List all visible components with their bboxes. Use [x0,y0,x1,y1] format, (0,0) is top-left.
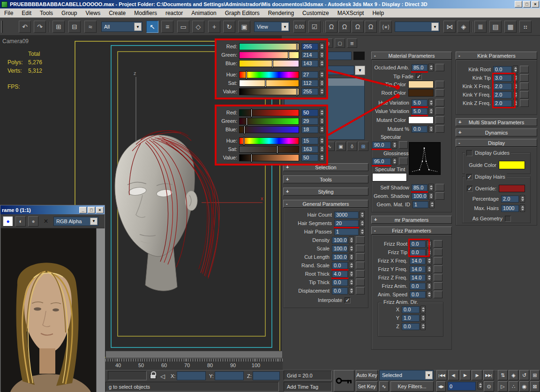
y-coord-field[interactable] [215,371,244,380]
blue-slider[interactable] [239,60,299,67]
param-field[interactable]: 5.0 [412,99,428,106]
spinner[interactable] [427,240,432,248]
select-and-rotate-icon[interactable]: ↻ [223,21,235,33]
play-icon[interactable]: ▶ [460,370,471,380]
configure-modifier-sets-icon[interactable]: ⊞ [358,142,368,151]
root-color-swatch[interactable] [408,89,434,97]
x-coord-field[interactable] [177,371,206,380]
selection-set-field[interactable] [108,371,147,380]
param-field[interactable]: 0.0 [332,262,348,269]
spinner[interactable] [319,71,324,78]
rollout-dynamics[interactable]: +Dynamics [456,128,537,136]
spinner[interactable] [349,287,354,294]
collapse-icon[interactable]: - [458,140,460,145]
spinner[interactable] [319,51,324,59]
menu-tools[interactable]: Tools [36,8,57,17]
mutant-color-swatch[interactable] [408,116,434,124]
spinner[interactable] [420,314,426,322]
object-color-swatch[interactable] [353,52,365,60]
spinner[interactable] [392,141,397,149]
remove-modifier-icon[interactable]: ô [347,142,357,151]
default-in-out-tangent-icon[interactable]: ∿ [379,381,389,392]
key-button[interactable] [520,74,529,82]
arc-rotate-icon[interactable]: ◉ [519,381,529,392]
tip-fade-checkbox[interactable]: ✓ [416,74,422,80]
glossiness-field[interactable]: 95.0 [372,158,391,165]
undo-icon[interactable]: ↶ [19,21,31,33]
override-checkbox[interactable]: ✓ [467,186,473,192]
select-by-name-icon[interactable]: ≡ [161,21,173,33]
spinner[interactable] [392,158,397,165]
spinner[interactable] [349,236,354,244]
viewport-scrollbar[interactable] [105,351,283,358]
key-button[interactable] [434,249,442,256]
key-button[interactable] [356,287,365,294]
param-field[interactable]: 1 [412,201,428,208]
spinner[interactable] [427,265,432,273]
select-and-move-icon[interactable]: + [208,21,220,33]
spinner[interactable] [349,245,354,252]
timeline-ruler[interactable]: 40 50 60 70 80 90 100 [105,358,283,370]
close-button[interactable]: × [96,207,104,213]
key-filters-button[interactable]: Key Filters... [390,381,434,392]
spinner[interactable] [349,262,354,269]
channel-field[interactable]: 255 [301,88,318,95]
key-button[interactable] [435,81,444,88]
key-button[interactable] [434,257,442,264]
viewport-label[interactable]: Camera09 [2,38,29,45]
menu-views[interactable]: Views [81,8,105,17]
channel-field[interactable]: 50 [301,154,318,161]
select-object-icon[interactable]: ↖ [146,21,158,33]
param-field[interactable]: 1 [334,228,359,235]
selection-filter-dropdown[interactable]: All ▼ [101,22,142,32]
channel-field[interactable]: 214 [301,52,318,59]
absolute-mode-icon[interactable]: ◁ [160,373,165,380]
spinner[interactable] [319,79,324,87]
auto-key-button[interactable]: Auto Key [356,370,378,380]
spinner[interactable] [520,195,525,203]
utilities-tab-icon[interactable]: ≣ [347,38,357,48]
spinner[interactable] [513,66,518,73]
expand-icon[interactable]: + [458,119,461,125]
prev-frame-icon[interactable]: ◀| [448,370,459,380]
spinner[interactable] [360,211,365,219]
go-to-start-icon[interactable]: |◀◀ [436,370,447,380]
rgb-channel-icon[interactable]: ● [3,216,13,226]
param-field[interactable]: 100.0 [412,193,428,200]
key-button[interactable] [434,274,442,281]
menu-maxscript[interactable]: MAXScript [333,8,368,17]
spinner[interactable] [428,99,434,106]
select-and-link-icon[interactable]: ⊞ [52,21,65,33]
key-button[interactable] [520,66,529,73]
channel-field[interactable]: 29 [301,118,318,125]
as-geometry-checkbox[interactable] [505,216,511,222]
spinner[interactable] [428,125,434,133]
spinner[interactable] [319,88,324,95]
mono-channel-icon[interactable]: ◐ [15,216,26,226]
selection-lock-icon[interactable] [150,374,156,379]
curve-editor-icon[interactable]: ▤ [489,21,502,33]
param-field[interactable]: 4.0 [332,271,348,278]
reference-coordinate-dropdown[interactable]: View ▼ [254,22,290,32]
param-field[interactable]: 0.0 [402,323,420,330]
chevron-down-icon[interactable]: ▼ [281,23,289,31]
spinner[interactable] [513,83,518,90]
render-setup-icon[interactable]: ⠶ [519,21,532,33]
select-and-manipulate-icon[interactable]: ☑ [308,21,321,33]
key-button[interactable] [356,279,365,286]
dolly-icon[interactable]: ⇅ [498,370,508,380]
close-button[interactable]: × [532,1,539,8]
key-button[interactable] [434,265,442,273]
param-field[interactable]: 20 [334,220,359,227]
red-slider[interactable] [239,43,299,50]
blue-slider[interactable] [239,126,299,133]
tip-color-swatch[interactable] [408,81,434,88]
set-keys-button[interactable] [334,370,354,392]
time-configuration-icon[interactable]: ⊙ [484,381,494,392]
param-field[interactable]: 100.0 [332,237,348,244]
display-guides-checkbox[interactable] [466,150,472,156]
green-slider[interactable] [239,118,299,125]
render-window-title-bar[interactable]: rame 0 (1:1) _ □ × [0,205,105,214]
key-button[interactable] [435,89,444,97]
schematic-view-icon[interactable]: ▦ [504,21,517,33]
